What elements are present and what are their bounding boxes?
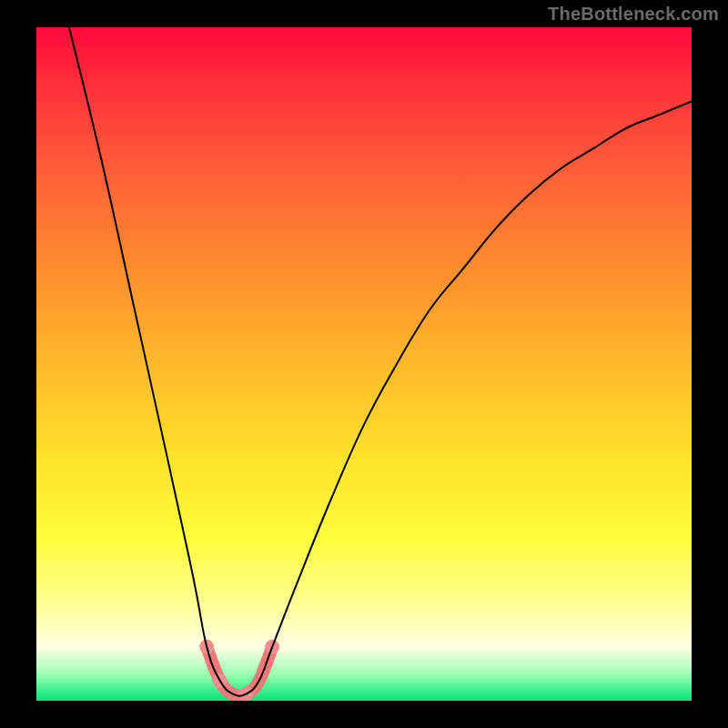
chart-frame: TheBottleneck.com <box>0 0 728 728</box>
watermark-text: TheBottleneck.com <box>548 4 719 25</box>
bottleneck-curve <box>69 27 692 696</box>
chart-svg <box>36 27 692 701</box>
plot-area <box>36 27 692 701</box>
